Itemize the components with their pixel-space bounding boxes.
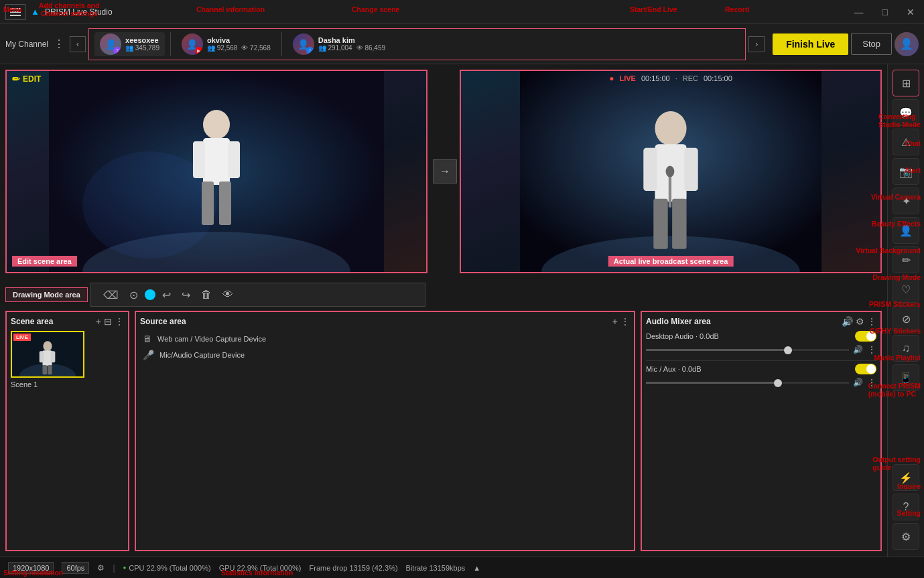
source-area-header: Source area + ⋮ bbox=[140, 316, 630, 327]
virtual-camera-button[interactable]: 📷 bbox=[893, 158, 919, 185]
menu-button[interactable] bbox=[5, 4, 25, 20]
circle-tool-button[interactable]: ⊙ bbox=[125, 287, 142, 303]
fps-button[interactable]: 60fps bbox=[62, 562, 89, 574]
connect-prism-button[interactable]: 📱 bbox=[893, 364, 919, 391]
audio-speaker-button[interactable]: 🔊 bbox=[842, 316, 853, 327]
settings-button[interactable]: ⚙ bbox=[893, 523, 919, 550]
live-badge: LIVE bbox=[619, 74, 635, 82]
output-setting-button[interactable]: ⚡ bbox=[893, 464, 919, 491]
webcam-icon: 🖥 bbox=[143, 334, 152, 344]
inquire-button[interactable]: ? bbox=[893, 494, 919, 520]
title-bar-controls: — □ ✕ bbox=[850, 5, 919, 19]
source-add-button[interactable]: + bbox=[612, 316, 618, 327]
mic-aux-label: Mic / Aux · 0.0dB bbox=[646, 365, 702, 373]
color-picker[interactable] bbox=[145, 289, 155, 300]
stop-button[interactable]: Stop bbox=[851, 33, 892, 55]
alert-button[interactable]: ⚠ bbox=[893, 129, 919, 155]
user-avatar[interactable]: 👤 bbox=[895, 32, 919, 56]
beauty-effects-button[interactable]: ✦ bbox=[893, 188, 919, 214]
edit-panel-header: ✏ EDIT bbox=[7, 71, 426, 87]
live-performer-svg bbox=[461, 71, 880, 272]
scene-more-button[interactable]: ⋮ bbox=[115, 316, 124, 327]
scene-filter-button[interactable]: ⊟ bbox=[104, 316, 112, 327]
maximize-button[interactable]: □ bbox=[878, 5, 892, 19]
minimize-button[interactable]: — bbox=[850, 5, 868, 19]
mic-aux-toggle[interactable] bbox=[855, 364, 876, 374]
channel-bar: My Channel ⋮ ‹ 👤 T xeesoxee 👥 345,789 👤 … bbox=[0, 24, 924, 64]
channel-name-okviva: okviva bbox=[207, 36, 271, 44]
source-item-mic[interactable]: 🎤 Mic/Audio Capture Device bbox=[140, 347, 630, 363]
mic-slider-thumb bbox=[774, 379, 782, 387]
stats-chevron[interactable]: ▲ bbox=[473, 564, 480, 572]
channel-item-okviva[interactable]: 👤 ▶ okviva 👥 92,568 👁 72,568 bbox=[176, 32, 276, 56]
giphy-stickers-button[interactable]: ⊘ bbox=[893, 305, 919, 332]
mic-icon: 🎤 bbox=[143, 350, 154, 360]
app-logo: ▲ bbox=[31, 7, 40, 17]
audio-more-button[interactable]: ⋮ bbox=[867, 316, 876, 327]
channel-next-button[interactable]: › bbox=[748, 36, 765, 52]
virtual-background-button[interactable]: 👤 bbox=[893, 217, 919, 244]
desktop-toggle-knob bbox=[866, 332, 876, 341]
scene-area-title: Scene area bbox=[11, 317, 53, 326]
desktop-audio-options[interactable]: ⋮ bbox=[867, 344, 876, 355]
svg-rect-23 bbox=[40, 351, 44, 362]
svg-point-11 bbox=[655, 111, 686, 145]
title-bar-left: ▲ PRISM Live Studio bbox=[5, 4, 113, 20]
undo-button[interactable]: ↩ bbox=[158, 287, 175, 303]
transition-arrow-button[interactable]: → bbox=[433, 159, 457, 184]
chat-button[interactable]: 💬 bbox=[893, 99, 919, 126]
mic-audio-slider[interactable] bbox=[646, 382, 849, 384]
channel-item-xeesoxee[interactable]: 👤 T xeesoxee 👥 345,789 bbox=[94, 32, 165, 56]
eye-button[interactable]: 👁 bbox=[218, 287, 237, 302]
channel-name-xeesoxee: xeesoxee bbox=[125, 36, 159, 44]
svg-rect-25 bbox=[42, 365, 47, 374]
scene-add-button[interactable]: + bbox=[96, 316, 101, 327]
redo-button[interactable]: ↪ bbox=[178, 287, 194, 303]
mic-audio-mute[interactable]: 🔊 bbox=[853, 378, 863, 387]
audio-channel-desktop: Desktop Audio · 0.0dB 🔊 ⋮ bbox=[646, 331, 876, 355]
status-bar: 1920x1080 60fps ⚙ | ● CPU 22.9% (Total 0… bbox=[0, 557, 924, 578]
channel-item-dasha[interactable]: 👤 f Dasha kim 👥 291,004 👁 86,459 bbox=[287, 32, 391, 56]
eraser-tool-button[interactable]: ⌫ bbox=[99, 287, 123, 303]
audio-channel-mic: Mic / Aux · 0.0dB 🔊 ⋮ bbox=[646, 364, 876, 388]
drawing-mode-bar: Drawing Mode area ⌫ ⊙ ↩ ↪ 🗑 👁 bbox=[0, 279, 887, 311]
desktop-audio-mute[interactable]: 🔊 bbox=[853, 345, 863, 354]
desktop-audio-toggle[interactable] bbox=[855, 331, 876, 342]
mic-audio-options[interactable]: ⋮ bbox=[867, 377, 876, 388]
channel-stats-xeesoxee: 👥 345,789 bbox=[125, 44, 159, 52]
svg-rect-6 bbox=[228, 141, 240, 178]
channel-prev-button[interactable]: ‹ bbox=[70, 36, 86, 52]
finish-live-button[interactable]: Finish Live bbox=[773, 33, 848, 55]
resolution-button[interactable]: 1920x1080 bbox=[8, 562, 54, 574]
bottom-panels: Scene area + ⊟ ⋮ LIVE bbox=[0, 311, 887, 557]
preview-row: ✏ EDIT bbox=[0, 64, 887, 279]
drawing-mode-button[interactable]: ✏ bbox=[893, 246, 919, 273]
scene-thumbnail-1[interactable]: LIVE bbox=[11, 331, 84, 378]
music-playlist-button[interactable]: ♫ bbox=[893, 335, 919, 362]
desktop-slider-thumb bbox=[784, 346, 792, 354]
youtube-badge: ▶ bbox=[195, 47, 203, 55]
desktop-audio-slider[interactable] bbox=[646, 349, 849, 351]
scene-name-1: Scene 1 bbox=[11, 380, 124, 388]
channel-stats-dasha: 👥 291,004 👁 86,459 bbox=[318, 44, 385, 52]
audio-settings-button[interactable]: ⚙ bbox=[856, 316, 864, 327]
edit-label: ✏ EDIT bbox=[12, 74, 41, 84]
close-button[interactable]: ✕ bbox=[903, 5, 919, 19]
channel-name-dasha: Dasha kim bbox=[318, 36, 385, 44]
main-content: ✏ EDIT bbox=[0, 64, 924, 557]
channel-settings-button[interactable]: ⋮ bbox=[51, 38, 67, 50]
prism-stickers-button[interactable]: ♡ bbox=[893, 276, 919, 303]
audio-divider bbox=[646, 360, 876, 361]
source-item-webcam[interactable]: 🖥 Web cam / Video Capture Device bbox=[140, 331, 630, 347]
right-panel: ⊞ 💬 ⚠ 📷 ✦ 👤 ✏ ♡ ⊘ ♫ 📱 ⚡ ? ⚙ bbox=[887, 64, 924, 557]
resolution-settings-icon[interactable]: ⚙ bbox=[97, 563, 105, 573]
desktop-audio-label: Desktop Audio · 0.0dB bbox=[646, 332, 719, 340]
converting-studio-button[interactable]: ⊞ bbox=[893, 70, 919, 96]
trash-button[interactable]: 🗑 bbox=[197, 287, 216, 302]
app-title: PRISM Live Studio bbox=[45, 7, 113, 17]
source-more-button[interactable]: ⋮ bbox=[620, 316, 630, 327]
scene-area-panel: Scene area + ⊟ ⋮ LIVE bbox=[5, 311, 129, 551]
channel-avatar-xeesoxee: 👤 T bbox=[100, 33, 121, 55]
cpu-status-dot: ● bbox=[123, 565, 127, 571]
facebook-badge: f bbox=[306, 47, 314, 55]
